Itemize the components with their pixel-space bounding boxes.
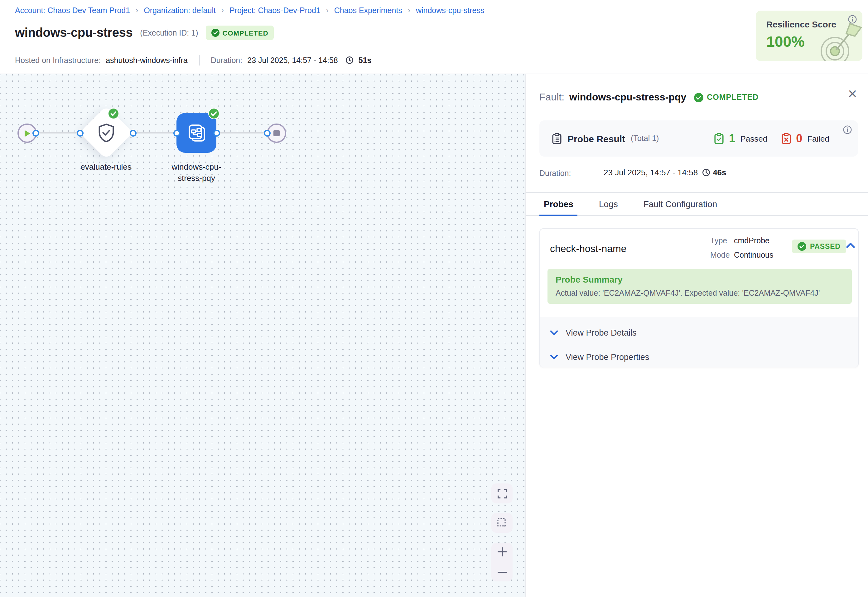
probe-status-badge: PASSED	[792, 239, 846, 253]
breadcrumb-account[interactable]: Account: Chaos Dev Team Prod1	[15, 6, 130, 15]
fault-node-label: windows-cpu- stress-pqy	[153, 162, 240, 184]
view-probe-details-toggle[interactable]: View Probe Details	[540, 320, 858, 345]
breadcrumb-chaos-experiments[interactable]: Chaos Experiments	[334, 6, 402, 15]
duration-value: 23 Jul 2025, 14:57 - 14:58	[247, 56, 338, 65]
info-icon[interactable]	[848, 15, 857, 24]
status-badge-label: COMPLETED	[223, 29, 268, 37]
resilience-score-label: Resilience Score	[766, 19, 836, 29]
failed-label: Failed	[807, 134, 829, 143]
view-probe-properties-label: View Probe Properties	[566, 352, 649, 361]
probe-result-card: Probe Result (Total 1) 1 Passed 0 Failed	[539, 120, 858, 157]
info-icon[interactable]	[843, 125, 852, 134]
zoom-in-button[interactable]	[497, 547, 507, 557]
clipboard-icon	[552, 133, 562, 144]
chaos-experiment-page: Account: Chaos Dev Team Prod1 › Organiza…	[0, 0, 868, 597]
duration-seconds: 51s	[358, 56, 372, 65]
edge-start-to-evaluate	[36, 132, 80, 134]
probe-status-label: PASSED	[810, 243, 841, 250]
breadcrumb-separator-icon: ›	[408, 6, 410, 15]
fault-experiment-icon	[185, 122, 207, 144]
breadcrumb-organization[interactable]: Organization: default	[144, 6, 216, 15]
success-check-badge	[108, 108, 119, 119]
view-probe-properties-toggle[interactable]: View Probe Properties	[540, 345, 858, 369]
breadcrumb-separator-icon: ›	[326, 6, 329, 15]
evaluate-rules-label: evaluate-rules	[62, 162, 150, 173]
tab-probes[interactable]: Probes	[539, 193, 578, 216]
clock-icon	[345, 56, 354, 64]
duration-label: Duration:	[211, 56, 242, 65]
execution-id: (Execution ID: 1)	[140, 28, 198, 37]
probe-result-title: Probe Result	[567, 133, 625, 144]
probe-card-footer: View Probe Details View Probe Properties	[540, 317, 858, 367]
fault-details-panel: Fault: windows-cpu-stress-pqy COMPLETED …	[525, 74, 868, 597]
zoom-out-button[interactable]	[497, 568, 507, 577]
shield-check-icon	[97, 123, 116, 143]
chevron-up-icon[interactable]	[846, 242, 855, 248]
success-check-badge	[208, 108, 219, 119]
chevron-down-icon	[550, 330, 558, 335]
check-circle-icon	[694, 93, 703, 102]
probe-type-label: Type	[710, 236, 727, 245]
breadcrumb-separator-icon: ›	[221, 6, 224, 15]
clock-icon	[702, 168, 710, 177]
probe-summary-text: Actual value: 'EC2AMAZ-QMVAF4J'. Expecte…	[555, 289, 820, 297]
passed-label: Passed	[740, 134, 767, 143]
probe-summary-title: Probe Summary	[555, 275, 623, 284]
edge-evaluate-to-fault	[133, 132, 176, 134]
view-probe-details-label: View Probe Details	[566, 328, 637, 337]
probe-card: check-host-name Type cmdProbe Mode Conti…	[539, 228, 859, 367]
breadcrumb: Account: Chaos Dev Team Prod1 › Organiza…	[15, 6, 484, 15]
connector-port[interactable]	[129, 129, 136, 136]
panel-duration-seconds: 46s	[713, 168, 726, 177]
marquee-selection-icon	[497, 518, 507, 528]
clipboard-x-icon	[781, 133, 791, 144]
divider	[199, 55, 200, 65]
fullscreen-icon	[497, 489, 507, 498]
panel-tabs: Probes Logs Fault Configuration	[526, 192, 868, 216]
fault-status-label: COMPLETED	[707, 93, 758, 102]
resilience-score-value: 100%	[766, 33, 805, 50]
connector-port[interactable]	[76, 129, 83, 136]
probe-type-value: cmdProbe	[734, 236, 769, 245]
pipeline-canvas[interactable]: evaluate-rules windows-cpu- stress-pqy	[0, 74, 525, 597]
resilience-score-card: Resilience Score 100%	[756, 10, 862, 61]
fault-label: Fault:	[539, 92, 564, 103]
play-icon	[24, 129, 31, 137]
fullscreen-button[interactable]	[491, 483, 513, 503]
infra-label: Hosted on Infrastructure:	[15, 56, 101, 65]
edge-fault-to-end	[216, 132, 267, 134]
probe-mode-label: Mode	[710, 251, 730, 260]
probe-result-total: (Total 1)	[631, 134, 659, 143]
connector-port[interactable]	[213, 129, 220, 136]
panel-duration-value: 23 Jul 2025, 14:57 - 14:58	[604, 168, 698, 177]
probe-mode-value: Continuous	[734, 251, 773, 260]
failed-count: 0	[796, 132, 802, 145]
page-title: windows-cpu-stress	[15, 25, 132, 40]
fault-node-label-line2: stress-pqy	[178, 174, 215, 183]
selection-tool-button[interactable]	[491, 513, 513, 533]
close-panel-button[interactable]: ✕	[847, 88, 858, 100]
probe-name: check-host-name	[550, 243, 627, 254]
fault-name: windows-cpu-stress-pqy	[569, 92, 686, 103]
zoom-controls	[491, 543, 513, 581]
page-header: Account: Chaos Dev Team Prod1 › Organiza…	[0, 0, 868, 74]
breadcrumb-separator-icon: ›	[136, 6, 138, 15]
connector-port[interactable]	[173, 129, 180, 136]
tab-fault-configuration[interactable]: Fault Configuration	[639, 193, 722, 216]
passed-count: 1	[729, 132, 735, 145]
check-circle-icon	[798, 242, 806, 251]
chevron-down-icon	[550, 354, 558, 359]
clipboard-check-icon	[714, 133, 724, 144]
stop-icon	[273, 130, 280, 137]
connector-port[interactable]	[264, 129, 270, 136]
probe-summary-box: Probe Summary Actual value: 'EC2AMAZ-QMV…	[548, 269, 852, 304]
check-circle-icon	[211, 29, 219, 37]
fault-status-badge: COMPLETED	[694, 93, 758, 102]
connector-port[interactable]	[32, 129, 39, 136]
tab-logs[interactable]: Logs	[595, 193, 622, 216]
fault-node-label-line1: windows-cpu-	[172, 162, 221, 172]
panel-duration-label: Duration:	[539, 169, 571, 178]
infra-value: ashutosh-windows-infra	[106, 56, 188, 65]
breadcrumb-project[interactable]: Project: Chaos-Dev-Prod1	[230, 6, 320, 15]
status-badge: COMPLETED	[206, 25, 274, 40]
